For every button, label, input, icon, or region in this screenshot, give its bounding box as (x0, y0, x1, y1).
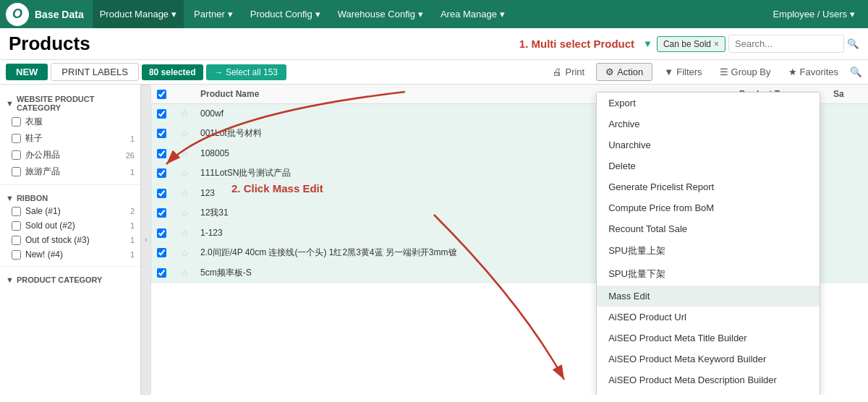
nav-warehouse-config[interactable]: Warehouse Config ▾ (331, 0, 430, 28)
toolbar: NEW PRINT LABELS 80 selected → Select al… (0, 60, 868, 85)
search-button[interactable]: 🔍 (847, 38, 859, 49)
sidebar-checkbox-1-1[interactable] (12, 221, 21, 231)
sidebar-divider-1 (0, 266, 140, 267)
chevron-down-icon: ▾ (500, 9, 505, 20)
nav-area-manage[interactable]: Area Manage ▾ (433, 0, 512, 28)
top-nav: O Base Data Product Manage ▾ Partner ▾ P… (0, 0, 868, 28)
select-all-button[interactable]: → Select all 153 (206, 64, 286, 80)
dropdown-item-8[interactable]: SPU批量下架 (597, 262, 820, 286)
favorites-button[interactable]: ★ Favorites (783, 64, 844, 80)
remove-filter-icon[interactable]: × (714, 39, 719, 49)
action-dropdown-menu: ExportArchiveUnarchiveDeleteGenerate Pri… (596, 92, 820, 395)
sidebar-item-1-3[interactable]: New! (#4) 1 (0, 247, 140, 262)
row-checkbox-3[interactable] (157, 168, 166, 178)
row-star-7[interactable]: ☆ (180, 247, 200, 259)
chevron-down-icon: ▾ (850, 9, 855, 20)
filter-tag-can-be-sold[interactable]: Can be Sold × (657, 36, 726, 52)
sidebar-checkbox-0-3[interactable] (12, 167, 21, 176)
dropdown-item-6[interactable]: Recount Total Sale (597, 218, 820, 239)
sidebar-item-1-0[interactable]: Sale (#1) 2 (0, 204, 140, 218)
chevron-down-icon: ▾ (315, 9, 320, 20)
sidebar-divider-0 (0, 184, 140, 185)
sidebar-checkbox-1-3[interactable] (12, 250, 21, 260)
sidebar-item-0-1[interactable]: 鞋子 1 (0, 130, 140, 147)
row-checkbox-4[interactable] (157, 189, 166, 198)
sidebar-section-0[interactable]: ▼ WEBSITE PRODUCT CATEGORY (0, 90, 140, 114)
dropdown-item-3[interactable]: Delete (597, 155, 820, 176)
row-checkbox-2[interactable] (157, 149, 166, 158)
row-checkbox-8[interactable] (157, 268, 166, 278)
print-button[interactable]: 🖨 Print (547, 64, 590, 80)
sidebar-collapse-handle[interactable]: ‹ (141, 85, 151, 395)
sidebar-item-0-2[interactable]: 办公用品 26 (0, 147, 140, 163)
nav-product-manage[interactable]: Product Manage ▾ (93, 0, 184, 28)
sidebar-item-1-1[interactable]: Sold out (#2) 1 (0, 218, 140, 233)
row-star-4[interactable]: ☆ (180, 187, 200, 199)
dropdown-item-13[interactable]: AiSEO Product Meta Description Builder (597, 369, 820, 390)
row-star-3[interactable]: ☆ (180, 168, 200, 179)
row-checkbox-1[interactable] (157, 129, 166, 138)
nav-product-config[interactable]: Product Config ▾ (243, 0, 328, 28)
filters-button[interactable]: ▼ Filters (658, 64, 707, 80)
funnel-icon: ▼ (6, 275, 14, 284)
row-checkbox-6[interactable] (157, 228, 166, 238)
gear-icon: ⚙ (605, 67, 614, 77)
sidebar-checkbox-0-1[interactable] (12, 134, 21, 143)
sidebar-item-0-3[interactable]: 旅游产品 1 (0, 163, 140, 180)
search-area: 1. Multi select Product ▼ Can be Sold × … (519, 35, 859, 53)
action-button[interactable]: ⚙ Action (596, 63, 652, 81)
app-logo: O (6, 3, 29, 26)
dropdown-item-14[interactable]: AiSEO Product Content Builder (597, 390, 820, 395)
dropdown-item-2[interactable]: Unarchive (597, 134, 820, 155)
sidebar-section-1[interactable]: ▼ RIBBON (0, 189, 140, 204)
new-button[interactable]: NEW (6, 64, 48, 80)
sidebar-item-0-0[interactable]: 衣服 (0, 114, 140, 130)
action-btn-wrapper: ⚙ Action ExportArchiveUnarchiveDeleteGen… (596, 63, 652, 81)
logo-letter: O (12, 7, 22, 22)
sidebar-item-1-2[interactable]: Out of stock (#3) 1 (0, 233, 140, 247)
dropdown-item-10[interactable]: AiSEO Product Url (597, 307, 820, 328)
sidebar-section-2[interactable]: ▼ PRODUCT CATEGORY (0, 271, 140, 286)
app-name: Base Data (35, 9, 84, 20)
row-star-0[interactable]: ☆ (180, 108, 200, 119)
dropdown-item-12[interactable]: AiSEO Product Meta Keyword Builder (597, 348, 820, 369)
dropdown-item-1[interactable]: Archive (597, 114, 820, 134)
dropdown-item-5[interactable]: Compute Price from BoM (597, 197, 820, 218)
subheader: Products 1. Multi select Product ▼ Can b… (0, 28, 868, 60)
star-icon: ★ (788, 67, 797, 77)
dropdown-item-11[interactable]: AiSEO Product Meta Title Builder (597, 328, 820, 348)
sidebar-checkbox-1-2[interactable] (12, 236, 21, 245)
search-input[interactable] (728, 35, 844, 53)
sidebar: ▼ WEBSITE PRODUCT CATEGORY 衣服 鞋子 1 办公用品 … (0, 85, 141, 395)
print-labels-button[interactable]: PRINT LABELS (51, 63, 139, 81)
layers-icon: ☰ (720, 67, 728, 77)
dropdown-item-7[interactable]: SPU批量上架 (597, 239, 820, 262)
col-sa-header: Sa (833, 89, 862, 99)
search-toggle-button[interactable]: 🔍 (850, 67, 862, 77)
sidebar-checkbox-0-0[interactable] (12, 117, 21, 127)
row-star-6[interactable]: ☆ (180, 227, 200, 239)
page-title: Products (9, 33, 90, 55)
filter-icon: ▼ (643, 38, 652, 49)
dropdown-item-4[interactable]: Generate Pricelist Report (597, 176, 820, 197)
row-star-1[interactable]: ☆ (180, 128, 200, 140)
chevron-down-icon: ▾ (228, 9, 233, 20)
row-star-2[interactable]: ☆ (180, 147, 200, 159)
nav-partner[interactable]: Partner ▾ (187, 0, 240, 28)
funnel-icon: ▼ (6, 99, 14, 108)
nav-employee-users[interactable]: Employee / Users ▾ (765, 0, 862, 28)
row-checkbox-0[interactable] (157, 109, 166, 119)
funnel-icon: ▼ (6, 194, 14, 202)
selected-count-badge: 80 selected (142, 64, 203, 80)
sidebar-checkbox-1-0[interactable] (12, 207, 21, 216)
row-star-5[interactable]: ☆ (180, 208, 200, 219)
row-star-8[interactable]: ☆ (180, 268, 200, 279)
dropdown-item-0[interactable]: Export (597, 93, 820, 114)
dropdown-item-9[interactable]: Mass Edit (597, 286, 820, 307)
print-icon: 🖨 (553, 67, 562, 77)
sidebar-checkbox-0-2[interactable] (12, 150, 21, 160)
group-by-button[interactable]: ☰ Group By (714, 64, 777, 80)
row-checkbox-7[interactable] (157, 248, 166, 257)
select-all-checkbox[interactable] (157, 90, 166, 99)
row-checkbox-5[interactable] (157, 208, 166, 218)
